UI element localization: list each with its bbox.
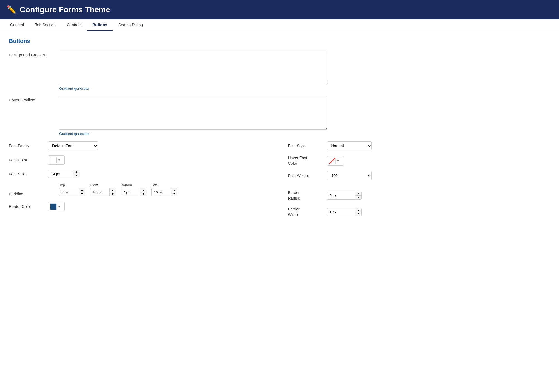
font-family-label: Font Family <box>9 144 48 148</box>
padding-bottom-up[interactable]: ▲ <box>140 188 147 192</box>
padding-top-group: Top ▲ ▼ <box>59 183 85 196</box>
border-radius-up[interactable]: ▲ <box>355 192 361 196</box>
font-size-label: Font Size <box>9 172 48 176</box>
font-style-label: Font Style <box>288 144 327 148</box>
font-style-select[interactable]: Normal Italic Oblique <box>327 141 372 150</box>
font-color-label: Font Color <box>9 158 48 162</box>
border-width-row: BorderWidth ▲ ▼ <box>288 207 550 217</box>
page-title: Configure Forms Theme <box>20 5 110 14</box>
padding-right-group: Right ▲ ▼ <box>90 183 116 196</box>
section-title: Buttons <box>9 38 550 44</box>
hover-gradient-row: Hover Gradient Gradient generator <box>9 96 550 136</box>
padding-bottom-down[interactable]: ▼ <box>140 192 147 196</box>
hover-font-color-arrow: ▼ <box>337 159 340 162</box>
padding-top-up[interactable]: ▲ <box>79 188 85 192</box>
font-color-button[interactable]: ▼ <box>48 155 65 165</box>
hover-font-color-button[interactable]: ▼ <box>327 156 344 166</box>
hover-gradient-control: Gradient generator <box>59 96 550 136</box>
padding-top-input[interactable] <box>59 188 79 196</box>
border-radius-down[interactable]: ▼ <box>355 196 361 199</box>
page-header: ✏️ Configure Forms Theme <box>0 0 559 19</box>
border-width-down[interactable]: ▼ <box>355 212 361 216</box>
padding-row: Padding Top ▲ ▼ Right <box>9 183 271 196</box>
dual-section: Font Family Default Font Arial Helvetica… <box>9 141 550 223</box>
hover-gradient-textarea[interactable] <box>59 96 327 130</box>
padding-right-down[interactable]: ▼ <box>110 192 116 196</box>
border-color-label: Border Color <box>9 204 48 209</box>
tab-search-dialog[interactable]: Search Dialog <box>113 19 148 31</box>
hover-font-color-swatch <box>329 158 336 164</box>
font-size-spinner: ▲ ▼ <box>48 170 80 178</box>
font-size-up[interactable]: ▲ <box>73 170 80 174</box>
padding-label: Padding <box>9 183 59 196</box>
gradient-generator-link-2[interactable]: Gradient generator <box>59 132 550 136</box>
left-column: Font Family Default Font Arial Helvetica… <box>9 141 271 223</box>
tab-controls[interactable]: Controls <box>61 19 87 31</box>
padding-left-input[interactable] <box>151 188 171 196</box>
border-radius-label: BorderRadius <box>288 190 327 201</box>
font-weight-label: Font Weight <box>288 173 327 178</box>
border-color-swatch <box>50 203 57 210</box>
font-size-row: Font Size ▲ ▼ <box>9 170 271 178</box>
hover-gradient-label: Hover Gradient <box>9 96 59 102</box>
hover-font-color-label: Hover FontColor <box>288 155 327 166</box>
right-column: Font Style Normal Italic Oblique Hover F… <box>271 141 550 223</box>
gradient-generator-link-1[interactable]: Gradient generator <box>59 86 550 91</box>
pencil-icon: ✏️ <box>7 5 16 14</box>
padding-bottom-input[interactable] <box>121 188 140 196</box>
border-width-spinner: ▲ ▼ <box>327 208 362 216</box>
padding-bottom-group: Bottom ▲ ▼ <box>121 183 147 196</box>
font-family-select[interactable]: Default Font Arial Helvetica Times New R… <box>48 141 98 150</box>
border-color-row: Border Color ▼ <box>9 202 271 211</box>
background-gradient-control: Gradient generator <box>59 51 550 91</box>
padding-right-label: Right <box>90 183 98 187</box>
padding-left-down[interactable]: ▼ <box>171 192 177 196</box>
background-gradient-label: Background Gradient <box>9 51 59 57</box>
tab-tab-section[interactable]: Tab/Section <box>30 19 61 31</box>
font-size-input[interactable] <box>48 170 73 178</box>
font-style-row: Font Style Normal Italic Oblique <box>288 141 550 150</box>
padding-top-down[interactable]: ▼ <box>79 192 85 196</box>
border-width-input[interactable] <box>327 208 355 216</box>
font-weight-select[interactable]: 100 200 300 400 500 600 700 800 900 <box>327 171 372 180</box>
padding-right-up[interactable]: ▲ <box>110 188 116 192</box>
tab-general[interactable]: General <box>4 19 30 31</box>
padding-bottom-label: Bottom <box>121 183 132 187</box>
background-gradient-row: Background Gradient Gradient generator <box>9 51 550 91</box>
border-radius-spinner: ▲ ▼ <box>327 192 362 200</box>
border-radius-row: BorderRadius ▲ ▼ <box>288 190 550 201</box>
hover-font-color-row: Hover FontColor ▼ <box>288 155 550 166</box>
tab-navigation: General Tab/Section Controls Buttons Sea… <box>0 19 559 31</box>
border-width-up[interactable]: ▲ <box>355 208 361 212</box>
border-color-button[interactable]: ▼ <box>48 202 65 211</box>
padding-fields: Top ▲ ▼ Right <box>59 183 177 196</box>
border-width-label: BorderWidth <box>288 207 327 217</box>
font-size-spinner-buttons: ▲ ▼ <box>73 170 80 178</box>
padding-left-label: Left <box>151 183 157 187</box>
background-gradient-textarea[interactable] <box>59 51 327 84</box>
tab-buttons[interactable]: Buttons <box>87 19 113 31</box>
padding-top-label: Top <box>59 183 65 187</box>
border-color-arrow: ▼ <box>58 205 61 208</box>
padding-left-group: Left ▲ ▼ <box>151 183 177 196</box>
font-color-row: Font Color ▼ <box>9 155 271 165</box>
font-color-arrow: ▼ <box>58 159 61 162</box>
main-content: Buttons Background Gradient Gradient gen… <box>0 31 559 229</box>
font-color-swatch <box>50 157 57 163</box>
padding-right-input[interactable] <box>90 188 109 196</box>
border-radius-input[interactable] <box>327 192 355 200</box>
font-family-row: Font Family Default Font Arial Helvetica… <box>9 141 271 150</box>
font-weight-row: Font Weight 100 200 300 400 500 600 700 … <box>288 171 550 180</box>
padding-left-up[interactable]: ▲ <box>171 188 177 192</box>
font-size-down[interactable]: ▼ <box>73 174 80 178</box>
